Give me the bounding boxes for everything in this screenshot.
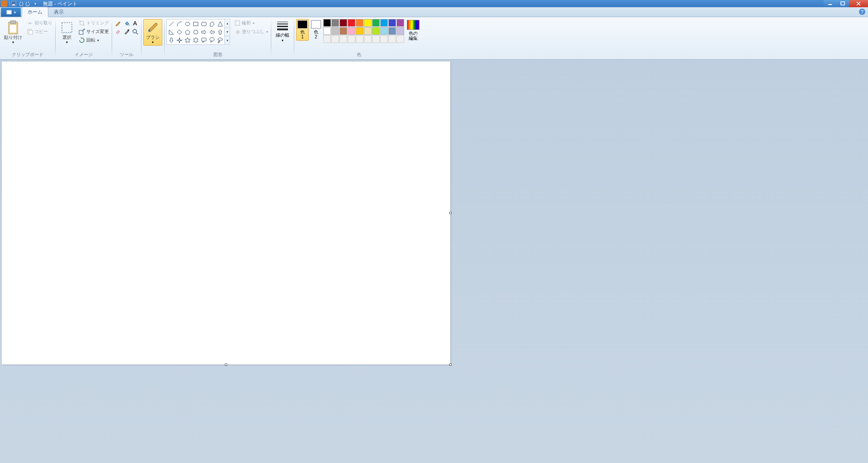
palette-custom-slot[interactable] <box>340 35 347 43</box>
palette-custom-slot[interactable] <box>323 35 331 43</box>
shape-right-triangle[interactable] <box>167 28 175 36</box>
svg-rect-8 <box>10 21 16 24</box>
svg-rect-6 <box>6 10 12 14</box>
color2-button[interactable]: 色 2 <box>310 19 322 41</box>
shape-callout-rect[interactable] <box>200 36 208 44</box>
palette-color[interactable] <box>323 27 331 35</box>
paste-button[interactable]: 貼り付け ▾ <box>2 19 24 46</box>
palette-color[interactable] <box>372 27 380 35</box>
eraser-tool[interactable] <box>114 28 122 36</box>
palette-color[interactable] <box>340 27 347 35</box>
resize-handle-e[interactable] <box>449 212 452 214</box>
shape-hexagon[interactable] <box>192 28 199 36</box>
palette-color[interactable] <box>364 19 372 27</box>
cut-button[interactable]: ✂切り取り <box>25 19 53 27</box>
palette-color[interactable] <box>364 27 372 35</box>
palette-color[interactable] <box>388 27 396 35</box>
palette-color[interactable] <box>348 27 355 35</box>
qat-dropdown-icon[interactable]: ▾ <box>32 0 38 7</box>
shape-outline-button[interactable]: 輪郭▾ <box>233 19 269 27</box>
ribbon-tabs: ▾ ホーム 表示 ? <box>0 7 868 17</box>
palette-color[interactable] <box>331 19 339 27</box>
resize-handle-s[interactable] <box>225 364 227 366</box>
svg-point-14 <box>128 24 130 26</box>
fill-tool[interactable] <box>123 19 131 27</box>
crop-button[interactable]: トリミング <box>77 19 110 27</box>
shape-star4[interactable] <box>175 36 183 44</box>
palette-color[interactable] <box>323 19 331 27</box>
tab-view[interactable]: 表示 <box>48 7 69 17</box>
magnifier-tool[interactable] <box>131 28 139 36</box>
file-menu-button[interactable]: ▾ <box>1 8 21 17</box>
palette-custom-slot[interactable] <box>388 35 396 43</box>
palette-color[interactable] <box>388 19 396 27</box>
shape-arrow-right[interactable] <box>200 28 208 36</box>
shape-curve[interactable] <box>175 20 183 28</box>
undo-icon[interactable] <box>18 0 24 7</box>
palette-custom-slot[interactable] <box>380 35 388 43</box>
palette-custom-slot[interactable] <box>364 35 372 43</box>
scroll-down-icon[interactable]: ▾ <box>225 28 230 37</box>
shapes-gallery-scroll[interactable]: ▴ ▾ ▾ <box>225 19 230 45</box>
shape-fill-button[interactable]: 塗りつぶし▾ <box>233 28 269 36</box>
stroke-width-button[interactable]: 線の幅 ▾ <box>273 19 292 43</box>
resize-handle-se[interactable] <box>449 364 452 366</box>
shape-rect[interactable] <box>192 20 199 28</box>
scroll-up-icon[interactable]: ▴ <box>225 19 230 28</box>
palette-color[interactable] <box>356 27 363 35</box>
palette-color[interactable] <box>372 19 380 27</box>
palette-color[interactable] <box>340 19 347 27</box>
shape-line[interactable] <box>167 20 175 28</box>
edit-colors-button[interactable]: 色の 編集 <box>405 19 421 42</box>
shape-triangle[interactable] <box>216 20 224 28</box>
minimize-button[interactable] <box>824 0 836 7</box>
redo-icon[interactable] <box>25 0 31 7</box>
shape-callout-oval[interactable] <box>208 36 216 44</box>
palette-color[interactable] <box>331 27 339 35</box>
svg-rect-1 <box>12 4 15 5</box>
tab-home[interactable]: ホーム <box>22 7 48 17</box>
shape-arrow-down[interactable] <box>167 36 175 44</box>
shape-star5[interactable] <box>184 36 191 44</box>
shape-pentagon[interactable] <box>184 28 191 36</box>
pencil-tool[interactable] <box>114 19 122 27</box>
select-button[interactable]: 選択 ▾ <box>57 19 76 46</box>
palette-custom-slot[interactable] <box>372 35 380 43</box>
palette-color[interactable] <box>380 27 388 35</box>
palette-color[interactable] <box>356 19 363 27</box>
shape-oval[interactable] <box>184 20 191 28</box>
palette-custom-slot[interactable] <box>331 35 339 43</box>
shape-callout-cloud[interactable] <box>216 36 224 44</box>
fill-icon <box>234 28 241 35</box>
brush-button[interactable]: ブラシ ▾ <box>143 19 162 46</box>
shape-polygon[interactable] <box>208 20 216 28</box>
title-bar: ▾ 無題 - ペイント <box>0 0 868 7</box>
palette-custom-slot[interactable] <box>356 35 363 43</box>
color1-button[interactable]: 色 1 <box>296 19 309 41</box>
shape-star6[interactable] <box>192 36 199 44</box>
save-icon[interactable] <box>10 0 17 7</box>
palette-color[interactable] <box>348 19 355 27</box>
shape-roundrect[interactable] <box>200 20 208 28</box>
canvas[interactable] <box>2 61 450 364</box>
expand-gallery-icon[interactable]: ▾ <box>225 36 230 44</box>
rotate-button[interactable]: 回転▾ <box>77 36 110 44</box>
shapes-gallery[interactable] <box>166 19 225 45</box>
palette-custom-slot[interactable] <box>348 35 355 43</box>
palette-color[interactable] <box>396 19 404 27</box>
text-tool[interactable]: A <box>131 19 139 27</box>
shape-arrow-left[interactable] <box>208 28 216 36</box>
maximize-button[interactable] <box>836 0 849 7</box>
palette-color[interactable] <box>396 27 404 35</box>
shape-arrow-up[interactable] <box>216 28 224 36</box>
close-button[interactable] <box>849 0 868 7</box>
resize-button[interactable]: サイズ変更 <box>77 28 110 36</box>
shape-diamond[interactable] <box>175 28 183 36</box>
copy-button[interactable]: コピー <box>25 28 53 36</box>
svg-point-39 <box>218 42 219 43</box>
palette-custom-slot[interactable] <box>396 35 404 43</box>
canvas-workspace[interactable] <box>0 60 868 463</box>
palette-color[interactable] <box>380 19 388 27</box>
color-picker-tool[interactable] <box>123 28 131 36</box>
help-icon[interactable]: ? <box>859 9 865 15</box>
